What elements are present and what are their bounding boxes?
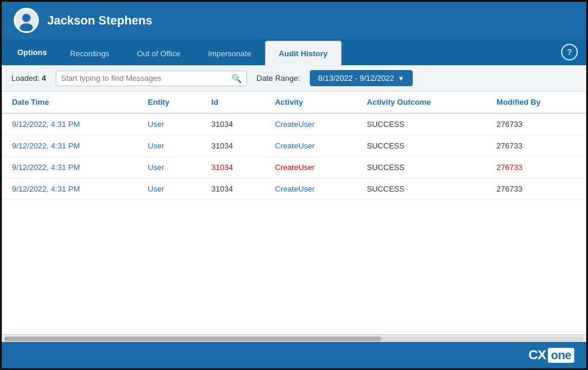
col-modified-by: Modified By [487, 92, 586, 113]
col-activity: Activity [266, 92, 358, 113]
col-id: Id [202, 92, 265, 113]
cell-modified-by[interactable]: 276733 [487, 113, 586, 135]
cell-id[interactable]: 31034 [202, 178, 265, 200]
filter-bar: Loaded: 4 🔍 Date Range: 8/13/2022 - 9/12… [2, 65, 586, 92]
cell-id[interactable]: 31034 [202, 157, 265, 178]
scrollbar-thumb [4, 336, 381, 341]
cell-date-time[interactable]: 9/12/2022, 4:31 PM [2, 113, 138, 135]
cell-activity[interactable]: CreateUser [266, 178, 358, 200]
table-row: 9/12/2022, 4:31 PMUser31034CreateUserSUC… [2, 157, 586, 178]
cell-id[interactable]: 31034 [202, 135, 265, 157]
cell-entity[interactable]: User [138, 178, 202, 200]
cell-id[interactable]: 31034 [202, 113, 265, 135]
svg-point-1 [22, 14, 31, 22]
cell-date-time[interactable]: 9/12/2022, 4:31 PM [2, 157, 138, 178]
audit-table: Date Time Entity Id Activity Activity Ou… [2, 92, 586, 200]
col-date-time: Date Time [2, 92, 138, 113]
tab-out-of-office[interactable]: Out of Office [123, 41, 194, 65]
date-range-label: Date Range: [257, 74, 300, 83]
search-box[interactable]: 🔍 [56, 71, 247, 86]
cell-modified-by[interactable]: 276733 [487, 135, 586, 157]
date-range-button[interactable]: 8/13/2022 - 9/12/2022 ▼ [310, 70, 413, 86]
cell-modified-by[interactable]: 276733 [487, 178, 586, 200]
col-activity-outcome: Activity Outcome [357, 92, 487, 113]
table-header-row: Date Time Entity Id Activity Activity Ou… [2, 92, 586, 113]
table-row: 9/12/2022, 4:31 PMUser31034CreateUserSUC… [2, 113, 586, 135]
tab-audit-history[interactable]: Audit History [265, 41, 342, 65]
cell-activity[interactable]: CreateUser [266, 157, 358, 178]
tab-options[interactable]: Options [8, 39, 56, 65]
tab-recordings[interactable]: Recordings [56, 41, 123, 65]
cell-activity[interactable]: CreateUser [266, 135, 358, 157]
search-icon: 🔍 [231, 74, 242, 83]
cell-date-time[interactable]: 9/12/2022, 4:31 PM [2, 135, 138, 157]
table-row: 9/12/2022, 4:31 PMUser31034CreateUserSUC… [2, 135, 586, 157]
main-content: Loaded: 4 🔍 Date Range: 8/13/2022 - 9/12… [2, 65, 586, 342]
cell-modified-by[interactable]: 276733 [487, 157, 586, 178]
page-title: Jackson Stephens [47, 14, 153, 28]
search-input[interactable] [61, 74, 228, 83]
cell-activity[interactable]: CreateUser [266, 113, 358, 135]
loaded-count: 4 [42, 74, 46, 83]
header: Jackson Stephens [2, 2, 586, 39]
scrollbar-track [4, 336, 584, 341]
cell-date-time[interactable]: 9/12/2022, 4:31 PM [2, 178, 138, 200]
logo-one: one [548, 348, 574, 363]
date-range-value: 8/13/2022 - 9/12/2022 [318, 74, 394, 83]
audit-table-container: Date Time Entity Id Activity Activity Ou… [2, 92, 586, 335]
footer: CXone [2, 342, 586, 368]
avatar [14, 8, 39, 33]
cell-activity-outcome: SUCCESS [357, 135, 487, 157]
table-row: 9/12/2022, 4:31 PMUser31034CreateUserSUC… [2, 178, 586, 200]
tab-impersonate[interactable]: Impersonate [194, 41, 265, 65]
cell-activity-outcome: SUCCESS [357, 157, 487, 178]
cxone-logo: CXone [528, 347, 574, 363]
logo-cx: CX [528, 347, 546, 363]
cell-activity-outcome: SUCCESS [357, 113, 487, 135]
help-button[interactable]: ? [561, 44, 578, 60]
cell-entity[interactable]: User [138, 135, 202, 157]
col-entity: Entity [138, 92, 202, 113]
chevron-down-icon: ▼ [398, 75, 404, 82]
horizontal-scrollbar[interactable] [2, 335, 586, 342]
tab-bar: Options Recordings Out of Office Imperso… [2, 39, 586, 65]
cell-entity[interactable]: User [138, 113, 202, 135]
cell-entity[interactable]: User [138, 157, 202, 178]
cell-activity-outcome: SUCCESS [357, 178, 487, 200]
loaded-label: Loaded: 4 [11, 74, 46, 83]
